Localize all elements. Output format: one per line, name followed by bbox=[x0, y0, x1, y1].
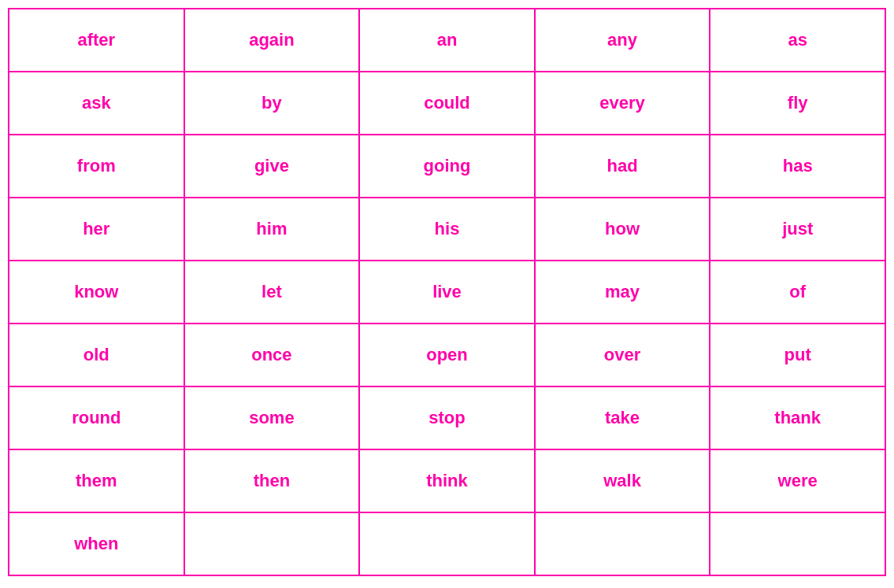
word-cell-as: as bbox=[710, 9, 885, 72]
word-cell-him: him bbox=[184, 198, 360, 261]
word-table: afteragainananyasaskbycouldeveryflyfromg… bbox=[8, 8, 886, 576]
word-cell-his: his bbox=[359, 198, 535, 261]
word-cell-after: after bbox=[9, 9, 184, 72]
word-cell-were: were bbox=[710, 449, 885, 512]
word-cell-has: has bbox=[710, 135, 885, 198]
empty-cell-8-4 bbox=[710, 512, 885, 575]
empty-cell-8-1 bbox=[184, 512, 360, 575]
word-cell-of: of bbox=[710, 261, 885, 324]
word-cell-her: her bbox=[9, 198, 184, 261]
word-cell-live: live bbox=[359, 261, 535, 324]
word-cell-every: every bbox=[535, 72, 710, 135]
word-cell-could: could bbox=[359, 72, 535, 135]
word-cell-over: over bbox=[535, 324, 710, 386]
word-cell-by: by bbox=[184, 72, 360, 135]
word-cell-round: round bbox=[9, 386, 184, 449]
word-cell-old: old bbox=[9, 324, 184, 386]
word-cell-once: once bbox=[184, 324, 360, 386]
word-cell-when: when bbox=[9, 512, 184, 575]
word-cell-how: how bbox=[535, 198, 710, 261]
word-cell-open: open bbox=[359, 324, 535, 386]
word-cell-let: let bbox=[184, 261, 360, 324]
word-cell-just: just bbox=[710, 198, 885, 261]
empty-cell-8-2 bbox=[359, 512, 535, 575]
word-cell-had: had bbox=[535, 135, 710, 198]
word-cell-take: take bbox=[535, 386, 710, 449]
word-cell-give: give bbox=[184, 135, 360, 198]
word-cell-again: again bbox=[184, 9, 360, 72]
word-cell-may: may bbox=[535, 261, 710, 324]
word-cell-stop: stop bbox=[359, 386, 535, 449]
word-cell-an: an bbox=[359, 9, 535, 72]
word-cell-going: going bbox=[359, 135, 535, 198]
word-cell-fly: fly bbox=[710, 72, 885, 135]
word-cell-some: some bbox=[184, 386, 360, 449]
word-cell-think: think bbox=[359, 449, 535, 512]
word-cell-put: put bbox=[710, 324, 885, 386]
word-cell-then: then bbox=[184, 449, 360, 512]
word-cell-them: them bbox=[9, 449, 184, 512]
empty-cell-8-3 bbox=[535, 512, 710, 575]
word-cell-any: any bbox=[535, 9, 710, 72]
word-cell-know: know bbox=[9, 261, 184, 324]
word-cell-thank: thank bbox=[710, 386, 885, 449]
word-cell-ask: ask bbox=[9, 72, 184, 135]
word-cell-from: from bbox=[9, 135, 184, 198]
word-cell-walk: walk bbox=[535, 449, 710, 512]
